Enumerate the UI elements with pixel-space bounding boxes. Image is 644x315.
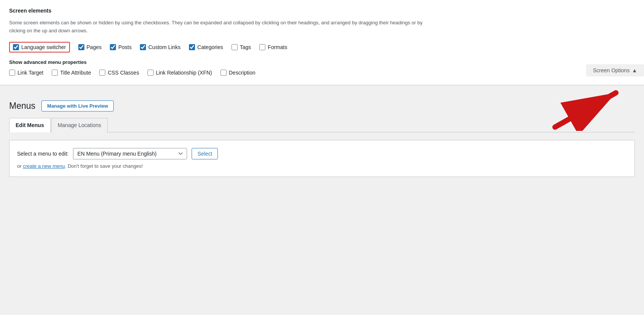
screen-options-arrow-icon: ▲ — [632, 67, 637, 73]
checkbox-categories[interactable]: Categories — [189, 44, 223, 50]
checkbox-css-classes[interactable]: CSS Classes — [99, 70, 139, 76]
checkbox-title-attribute-label: Title Attribute — [60, 70, 91, 76]
screen-options-btn-area: Screen Options ▲ — [586, 64, 644, 76]
checkbox-link-target-label: Link Target — [17, 70, 43, 76]
tabs-row: Edit Menus Manage Locations — [9, 118, 635, 132]
main-checkboxes-row: Language switcher Pages Posts Custom Lin… — [9, 42, 635, 52]
screen-elements-heading: Screen elements — [9, 8, 635, 14]
checkbox-pages[interactable]: Pages — [78, 44, 102, 50]
menu-select-dropdown[interactable]: EN Menu (Primary menu English) — [73, 148, 187, 159]
checkbox-language-switcher-label: Language switcher — [21, 44, 66, 50]
checkbox-title-attribute-input[interactable] — [52, 70, 58, 76]
checkbox-tags-input[interactable] — [232, 44, 238, 50]
select-menu-row: Select a menu to edit: EN Menu (Primary … — [17, 148, 627, 159]
advanced-menu-heading: Show advanced menu properties — [9, 59, 635, 65]
checkbox-formats[interactable]: Formats — [259, 44, 287, 50]
screen-elements-description: Some screen elements can be shown or hid… — [9, 19, 427, 35]
checkbox-link-relationship-input[interactable] — [148, 70, 154, 76]
checkbox-posts-label: Posts — [118, 44, 132, 50]
checkbox-formats-label: Formats — [268, 44, 287, 50]
screen-options-label: Screen Options — [593, 67, 630, 73]
checkbox-link-relationship-label: Link Relationship (XFN) — [156, 70, 212, 76]
screen-options-panel: Screen elements Some screen elements can… — [0, 0, 644, 85]
create-new-menu-link[interactable]: create a new menu — [23, 163, 65, 169]
checkbox-custom-links[interactable]: Custom Links — [140, 44, 181, 50]
checkbox-description[interactable]: Description — [220, 70, 255, 76]
checkbox-formats-input[interactable] — [259, 44, 265, 50]
checkbox-language-switcher-input[interactable] — [13, 44, 19, 50]
checkbox-css-classes-label: CSS Classes — [108, 70, 139, 76]
checkbox-description-label: Description — [229, 70, 255, 76]
create-prefix-text: or — [17, 163, 23, 169]
tab-edit-menus-label: Edit Menus — [16, 122, 44, 128]
advanced-checkboxes-row: Link Target Title Attribute CSS Classes … — [9, 70, 635, 76]
checkbox-link-target[interactable]: Link Target — [9, 70, 43, 76]
checkbox-pages-label: Pages — [87, 44, 102, 50]
checkbox-categories-input[interactable] — [189, 44, 195, 50]
manage-live-preview-button[interactable]: Manage with Live Preview — [41, 100, 114, 111]
select-menu-label: Select a menu to edit: — [17, 151, 68, 157]
create-new-row: or create a new menu. Don't forget to sa… — [17, 163, 627, 169]
checkbox-link-target-input[interactable] — [9, 70, 15, 76]
checkbox-custom-links-input[interactable] — [140, 44, 146, 50]
checkbox-categories-label: Categories — [197, 44, 223, 50]
checkbox-css-classes-input[interactable] — [99, 70, 105, 76]
main-content: Screen Options ▲ Menus Manage with Live … — [0, 85, 644, 177]
tab-manage-locations[interactable]: Manage Locations — [51, 118, 108, 132]
create-suffix-text: . Don't forget to save your changes! — [65, 163, 143, 169]
checkbox-title-attribute[interactable]: Title Attribute — [52, 70, 91, 76]
select-button[interactable]: Select — [192, 148, 218, 159]
checkbox-tags[interactable]: Tags — [232, 44, 251, 50]
checkbox-custom-links-label: Custom Links — [148, 44, 181, 50]
checkbox-posts[interactable]: Posts — [110, 44, 132, 50]
checkbox-language-switcher[interactable]: Language switcher — [9, 42, 70, 52]
tab-manage-locations-label: Manage Locations — [58, 122, 101, 128]
page-title: Menus — [9, 101, 35, 111]
edit-section: Select a menu to edit: EN Menu (Primary … — [9, 140, 635, 177]
checkbox-posts-input[interactable] — [110, 44, 116, 50]
screen-options-button[interactable]: Screen Options ▲ — [586, 64, 644, 76]
checkbox-tags-label: Tags — [240, 44, 251, 50]
tab-edit-menus[interactable]: Edit Menus — [9, 118, 51, 132]
checkbox-link-relationship[interactable]: Link Relationship (XFN) — [148, 70, 212, 76]
page-header: Menus Manage with Live Preview — [9, 100, 635, 111]
checkbox-pages-input[interactable] — [78, 44, 84, 50]
checkbox-description-input[interactable] — [220, 70, 227, 76]
